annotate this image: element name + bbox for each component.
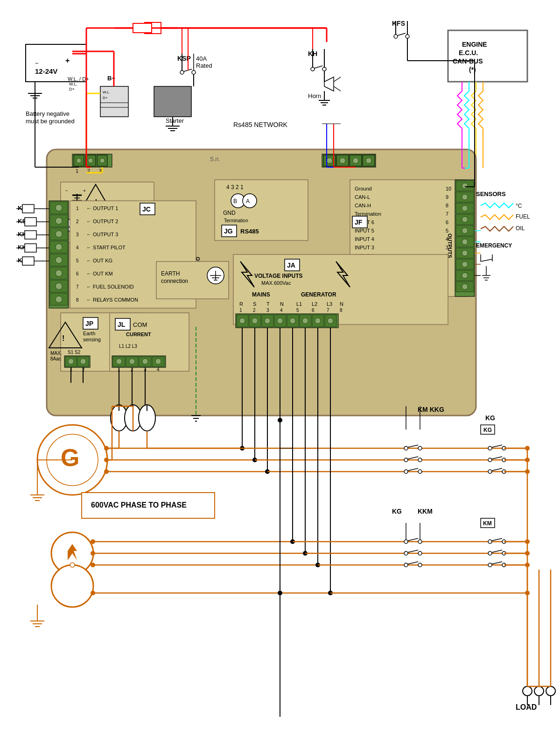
svg-point-147 bbox=[462, 239, 468, 245]
svg-point-143 bbox=[462, 194, 468, 200]
svg-point-178 bbox=[56, 296, 62, 303]
svg-text:1: 1 bbox=[239, 308, 242, 313]
svg-text:2: 2 bbox=[253, 308, 256, 313]
svg-point-298 bbox=[142, 359, 148, 364]
svg-text:INPUT 4: INPUT 4 bbox=[355, 236, 374, 242]
svg-text:W.L.: W.L. bbox=[69, 82, 77, 86]
svg-text:8Aac: 8Aac bbox=[50, 356, 61, 361]
svg-text:Rated: Rated bbox=[196, 62, 212, 69]
svg-text:+: + bbox=[65, 56, 70, 64]
svg-text:8: 8 bbox=[446, 203, 448, 208]
svg-point-150 bbox=[462, 273, 468, 278]
svg-point-406 bbox=[488, 470, 492, 473]
svg-point-262 bbox=[265, 318, 270, 324]
svg-point-261 bbox=[252, 318, 258, 324]
svg-text:1: 1 bbox=[76, 206, 79, 211]
svg-text:4: 4 bbox=[76, 245, 79, 250]
svg-point-491 bbox=[525, 591, 530, 595]
rs485-network-label: Rs485 NETWORK bbox=[233, 121, 288, 128]
svg-text:CURRENT: CURRENT bbox=[126, 332, 151, 337]
svg-point-264 bbox=[290, 318, 295, 324]
svg-point-263 bbox=[277, 318, 283, 324]
svg-text:CAN-H: CAN-H bbox=[355, 203, 371, 208]
svg-point-432 bbox=[534, 686, 544, 696]
svg-point-148 bbox=[462, 250, 468, 256]
svg-point-350 bbox=[418, 458, 422, 462]
svg-text:6: 6 bbox=[76, 271, 79, 276]
svg-point-173 bbox=[56, 231, 62, 237]
svg-point-390 bbox=[404, 551, 408, 555]
svg-point-400 bbox=[488, 446, 492, 450]
svg-rect-199 bbox=[22, 205, 34, 213]
svg-rect-22 bbox=[154, 86, 191, 117]
svg-text:3: 3 bbox=[76, 232, 79, 237]
svg-point-387 bbox=[404, 540, 408, 543]
svg-point-391 bbox=[418, 551, 422, 555]
svg-text:COM: COM bbox=[133, 321, 147, 328]
svg-text:FUEL: FUEL bbox=[516, 213, 530, 220]
svg-point-171 bbox=[56, 205, 62, 211]
svg-text:VOLTAGE INPUTS: VOLTAGE INPUTS bbox=[254, 273, 303, 279]
svg-text:MAINS: MAINS bbox=[252, 291, 270, 298]
svg-point-412 bbox=[488, 551, 492, 555]
km-kkg-label: KM KKG bbox=[418, 406, 444, 413]
svg-point-443 bbox=[278, 591, 282, 595]
battery-note-line2: must be grounded bbox=[26, 118, 75, 125]
svg-point-174 bbox=[56, 244, 62, 250]
battery-note-line1: Battery negative bbox=[26, 110, 70, 117]
engine-ecu-line2: E.C.U. bbox=[459, 49, 478, 56]
svg-point-409 bbox=[488, 540, 492, 543]
svg-point-431 bbox=[523, 686, 532, 696]
svg-text:5: 5 bbox=[446, 228, 448, 233]
svg-text:°C: °C bbox=[516, 203, 522, 209]
svg-point-346 bbox=[404, 446, 408, 450]
svg-text:Termination: Termination bbox=[355, 211, 381, 217]
svg-text:+: + bbox=[83, 188, 86, 193]
svg-point-146 bbox=[462, 228, 468, 233]
svg-point-393 bbox=[404, 563, 408, 567]
svg-text:← START PILOT: ← START PILOT bbox=[86, 245, 126, 250]
svg-point-352 bbox=[404, 470, 408, 473]
svg-point-177 bbox=[56, 283, 62, 289]
svg-point-176 bbox=[56, 270, 62, 276]
svg-text:L3: L3 bbox=[327, 301, 332, 307]
svg-point-296 bbox=[116, 359, 122, 364]
svg-rect-215 bbox=[22, 257, 34, 265]
svg-text:8: 8 bbox=[76, 297, 79, 303]
svg-text:OIL: OIL bbox=[516, 225, 525, 232]
svg-text:R: R bbox=[239, 301, 243, 307]
svg-text:7: 7 bbox=[327, 308, 329, 313]
svg-text:L1: L1 bbox=[296, 301, 302, 307]
svg-text:6: 6 bbox=[312, 308, 315, 313]
svg-point-79 bbox=[327, 158, 332, 163]
svg-text:JG: JG bbox=[224, 227, 233, 235]
svg-point-54 bbox=[406, 35, 409, 38]
svg-text:JA: JA bbox=[287, 261, 295, 269]
svg-text:← OUT KG: ← OUT KG bbox=[86, 258, 112, 263]
svg-point-41 bbox=[322, 67, 326, 71]
svg-point-82 bbox=[366, 158, 371, 163]
svg-point-299 bbox=[155, 359, 161, 364]
svg-text:A: A bbox=[246, 198, 250, 205]
svg-text:L1   L2   L3: L1 L2 L3 bbox=[119, 344, 137, 349]
svg-text:← OUTPUT 2: ← OUTPUT 2 bbox=[86, 219, 118, 224]
svg-text:JL: JL bbox=[118, 321, 126, 328]
svg-text:EARTH: EARTH bbox=[161, 270, 180, 277]
svg-text:L2: L2 bbox=[312, 301, 317, 307]
svg-text:S1 S2: S1 S2 bbox=[68, 350, 81, 355]
svg-rect-207 bbox=[25, 231, 36, 239]
svg-point-361 bbox=[51, 565, 93, 607]
svg-point-142 bbox=[462, 183, 468, 189]
svg-text:← OUTPUT 3: ← OUTPUT 3 bbox=[86, 232, 118, 237]
svg-text:connection: connection bbox=[161, 278, 188, 284]
svg-point-415 bbox=[488, 563, 492, 567]
svg-text:4 3 2 1: 4 3 2 1 bbox=[226, 184, 244, 191]
svg-text:7: 7 bbox=[76, 284, 79, 289]
svg-text:Ground: Ground bbox=[355, 186, 372, 191]
svg-point-267 bbox=[328, 318, 333, 324]
svg-text:S: S bbox=[253, 301, 256, 307]
svg-text:5: 5 bbox=[296, 308, 299, 313]
svg-point-172 bbox=[56, 218, 62, 224]
svg-point-347 bbox=[418, 446, 422, 450]
svg-point-35 bbox=[192, 71, 196, 74]
